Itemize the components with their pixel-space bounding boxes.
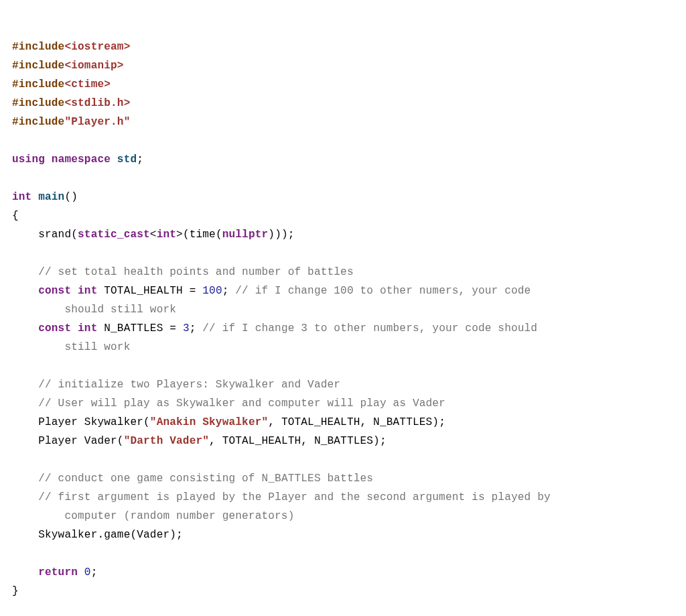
type-int: int (12, 191, 31, 203)
indent (12, 229, 38, 241)
kw-namespace: namespace (52, 153, 111, 166)
comment: // if I change 3 to other numbers, your … (202, 322, 537, 334)
kw-nullptr: nullptr (222, 229, 269, 241)
indent (12, 285, 38, 297)
blank-line (12, 548, 19, 560)
blank-line (12, 172, 19, 184)
kw-const: const (38, 285, 71, 297)
punct-brace: { (12, 210, 19, 222)
ident: Player Skywalker( (38, 416, 150, 428)
ident-std: std (117, 153, 137, 166)
blank-line (12, 454, 19, 466)
blank-line (12, 360, 19, 372)
include-target: <ctime> (64, 78, 111, 90)
punct: ))); (268, 229, 294, 241)
space (78, 566, 84, 578)
space (111, 153, 117, 166)
number-0: 0 (84, 566, 91, 578)
string-literal: "Anakin Skywalker" (150, 416, 268, 428)
punct: ; (91, 566, 98, 578)
preproc-include: #include (12, 97, 64, 109)
string-literal: "Darth Vader" (124, 435, 209, 447)
punct: ; (137, 153, 143, 166)
comment: // if I change 100 to other numers, your… (235, 285, 531, 297)
statement: Skywalker.game(Vader); (38, 529, 183, 541)
indent (12, 435, 38, 447)
include-target: <iostream> (64, 41, 130, 53)
comment-cont: computer (random number generators) (64, 510, 294, 522)
indent (12, 416, 38, 428)
comment: // User will play as Skywalker and compu… (38, 397, 445, 410)
comment-cont: should still work (64, 304, 176, 316)
comment: // set total health points and number of… (38, 266, 353, 278)
indent (12, 529, 38, 541)
ident: Player Vader( (38, 435, 123, 447)
punct: < (150, 229, 157, 241)
type-int: int (78, 285, 97, 297)
include-target: <stdlib.h> (64, 97, 130, 109)
punct: () (64, 191, 78, 203)
indent (12, 266, 38, 278)
ident: TOTAL_HEALTH = (97, 285, 202, 297)
kw-return: return (38, 566, 78, 578)
preproc-include: #include (12, 41, 64, 53)
punct: ; (190, 322, 203, 334)
number-3: 3 (183, 322, 190, 334)
preproc-include: #include (12, 78, 64, 90)
punct-and-text: , TOTAL_HEALTH, N_BATTLES); (209, 435, 387, 447)
blank-line (12, 247, 19, 259)
comment-cont: still work (64, 341, 130, 353)
space (45, 153, 52, 166)
punct-brace: } (12, 585, 19, 597)
space (71, 322, 78, 334)
indent-cont (12, 510, 64, 522)
indent (12, 566, 38, 578)
punct: ; (222, 285, 236, 297)
ident: N_BATTLES = (97, 322, 182, 334)
indent (12, 397, 38, 410)
ident: srand( (38, 229, 78, 241)
kw-using: using (12, 153, 45, 166)
type-int: int (157, 229, 176, 241)
type-int: int (78, 322, 97, 334)
include-target: "Player.h" (64, 116, 130, 128)
comment: // conduct one game consisting of N_BATT… (38, 473, 373, 485)
indent-cont (12, 304, 64, 316)
indent-cont (12, 341, 64, 353)
indent (12, 322, 38, 334)
indent (12, 379, 38, 391)
preproc-include: #include (12, 60, 64, 72)
number-100: 100 (202, 285, 222, 297)
punct-and-text: , TOTAL_HEALTH, N_BATTLES); (268, 416, 445, 428)
space (31, 191, 38, 203)
kw-static-cast: static_cast (78, 229, 150, 241)
space (71, 285, 78, 297)
code-block: #include<iostream> #include<iomanip> #in… (0, 0, 686, 616)
preproc-include: #include (12, 116, 64, 128)
kw-const: const (38, 322, 71, 334)
indent (12, 473, 38, 485)
include-target: <iomanip> (64, 60, 123, 72)
blank-line (12, 135, 19, 147)
indent (12, 491, 38, 503)
comment: // first argument is played by the Playe… (38, 491, 551, 503)
punct: >(time( (176, 229, 222, 241)
comment: // initialize two Players: Skywalker and… (38, 379, 340, 391)
ident-main: main (38, 191, 64, 203)
